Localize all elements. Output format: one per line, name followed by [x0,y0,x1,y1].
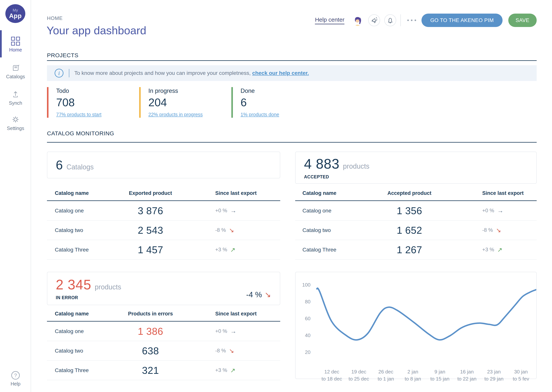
products-trend-chart: 100 80 60 40 20 12 decto 18 dec 19 decto… [295,272,537,379]
table-header: Catalog name Accepted product Since last… [295,184,537,201]
trend-up-icon [230,367,235,374]
trend-flat-icon [230,207,236,214]
change-text: +0 % [215,208,227,214]
catalog-change: +0 % [196,328,280,335]
table-header: Catalog name Exported product Since last… [47,184,280,201]
y-tick: 60 [299,316,311,322]
change-text: -8 % [215,348,226,354]
trend-flat-icon [497,207,503,214]
x-tick: 30 janto 5 fev [505,368,537,382]
trend-down-icon [229,347,234,355]
column-header: Catalog name [295,190,364,196]
trend-down-icon [229,227,234,234]
table-row: Catalog one 1 386 +0 % [47,322,280,341]
catalog-value: 1 267 [364,244,455,256]
catalog-change: +3 % [196,367,280,374]
change-text: -8 % [482,227,493,233]
line-chart [296,272,536,378]
column-header: Since last export [196,190,280,196]
accepted-card-tag: ACCEPTED [304,174,369,180]
column-header: Since last export [455,190,537,196]
catalog-change: +0 % [455,207,537,214]
exported-products-table: Catalog name Exported product Since last… [47,184,280,259]
sidebar-item-label: Catalogs [6,74,25,79]
y-tick: 80 [299,299,311,305]
chart-line [317,288,536,340]
products-in-error-card: 2 345 products IN ERROR -4 % [47,272,280,305]
logo-text-bottom: App [9,13,22,19]
catalog-name: Catalog two [295,227,364,233]
catalog-name: Catalog one [295,208,364,214]
column-header: Catalog name [47,190,104,196]
sidebar-item-catalogs[interactable]: Catalogs [0,63,31,79]
products-in-errors-table: Catalog name Products in errors Since la… [47,305,280,380]
catalog-name: Catalog Three [295,247,364,253]
table-row: Catalog Three 1 267 +3 % [295,240,537,259]
table-row: Catalog one 1 356 +0 % [295,201,537,221]
catalog-value: 1 457 [104,244,196,256]
error-products-count: 2 345 [56,277,91,293]
accepted-products-label: products [343,162,369,170]
sidebar-item-settings[interactable]: Settings [0,115,31,131]
table-row: Catalog one 3 876 +0 % [47,201,280,221]
dashboard-page: My App Home Catalogs Synch [0,0,552,392]
catalog-name: Catalog one [47,328,104,334]
catalog-name: Catalog two [47,227,104,233]
catalog-name: Catalog one [47,208,104,214]
catalog-name: Catalog Three [47,367,104,373]
change-text: +0 % [215,328,227,334]
trend-down-icon [264,290,271,299]
accepted-products-card: 4 883 products ACCEPTED [295,152,537,184]
sidebar-item-synch[interactable]: Synch [0,90,31,106]
table-row: Catalog Three 1 457 +3 % [47,240,280,259]
logo-text-top: My [13,8,18,13]
y-tick: 100 [299,282,311,288]
table-header: Catalog name Products in errors Since la… [47,305,280,322]
column-header: Accepted product [364,190,455,196]
accepted-products-table: Catalog name Accepted product Since last… [295,184,537,259]
change-text: +0 % [482,208,494,214]
sidebar-item-help[interactable]: ? Help [0,371,31,387]
book-icon [11,63,20,72]
error-card-change: -4 % [246,290,271,299]
table-row: Catalog two 2 543 -8 % [47,221,280,240]
trend-up-icon [497,246,502,253]
change-text: -4 % [246,290,262,299]
table-row: Catalog Three 321 +3 % [47,361,280,380]
catalog-change: -8 % [196,347,280,355]
gear-icon [11,115,20,124]
app-logo: My App [5,4,25,23]
catalogs-count-label: Catalogs [66,163,94,171]
trend-down-icon [496,227,501,234]
sidebar-item-home[interactable]: Home [0,37,31,53]
catalog-value: 3 876 [104,205,196,217]
error-products-label: products [95,283,121,291]
table-row: Catalog two 1 652 -8 % [295,221,537,240]
y-tick: 40 [299,332,311,338]
change-text: +3 % [215,247,227,253]
catalog-value: 2 543 [104,224,196,236]
column-header: Catalog name [47,311,104,317]
accepted-products-count: 4 883 [304,156,340,172]
change-text: -8 % [215,227,226,233]
sidebar-item-label: Home [9,47,22,53]
sidebar: My App Home Catalogs Synch [0,0,31,392]
right-column: 4 883 products ACCEPTED Catalog name Acc… [295,0,537,392]
column-header: Since last export [196,311,280,317]
catalog-value: 1 356 [364,205,455,217]
change-text: +3 % [215,367,227,373]
catalog-value: 638 [104,345,196,357]
catalog-value: 321 [104,365,196,376]
trend-up-icon [230,246,235,253]
left-column: 6 Catalogs Catalog name Exported product… [47,0,280,392]
catalog-change: +3 % [455,246,537,253]
column-header: Exported product [104,190,196,196]
catalog-change: +0 % [196,207,280,214]
catalog-name: Catalog two [47,348,104,354]
help-icon: ? [11,371,20,379]
catalogs-count-card: 6 Catalogs [47,152,280,178]
catalog-change: -8 % [455,227,537,234]
sidebar-item-label: Help [11,381,20,387]
table-row: Catalog two 638 -8 % [47,341,280,361]
home-icon [11,37,20,46]
